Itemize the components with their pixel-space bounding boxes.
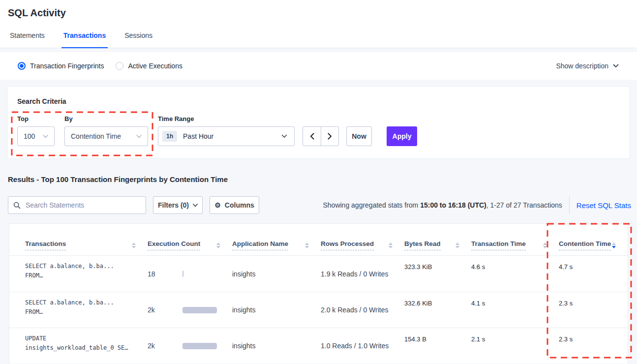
statement-line-2: FROM… (25, 307, 148, 317)
execution-count-cell: 2k (148, 328, 232, 364)
radio-label: Active Executions (128, 62, 182, 70)
top-label: Top (17, 115, 55, 122)
apply-button[interactable]: Apply (387, 126, 417, 146)
sql-activity-page: SQL Activity Statements Transactions Ses… (0, 0, 637, 364)
columns-button[interactable]: ⚙ Columns (210, 196, 259, 214)
reset-sql-stats-link[interactable]: Reset SQL Stats (576, 201, 631, 210)
by-label: By (64, 115, 148, 122)
contention-time-cell: 4.7 s (559, 256, 628, 292)
sort-icon[interactable] (389, 243, 393, 248)
gear-icon: ⚙ (214, 202, 221, 209)
bytes-read-value: 323.3 KiB (404, 263, 471, 271)
sort-icon[interactable] (305, 243, 309, 248)
column-header-execution-count[interactable]: Execution Count (148, 240, 232, 255)
bytes-read-value: 154.3 B (404, 335, 471, 343)
transaction-time-cell: 4.6 s (471, 256, 559, 292)
search-criteria-panel: Search Criteria Top 100 By Contention Ti… (7, 86, 630, 159)
transaction-statement[interactable]: UPDATE insights_workload_table_0 SE… (25, 328, 148, 364)
view-toggle-bar: Transaction Fingerprints Active Executio… (0, 52, 637, 80)
radio-unselected-icon (116, 62, 123, 70)
search-statements-box[interactable] (8, 196, 146, 214)
sort-icon[interactable] (455, 243, 459, 248)
top-select-value: 100 (24, 132, 35, 140)
page-title: SQL Activity (8, 7, 629, 19)
radio-transaction-fingerprints[interactable]: Transaction Fingerprints (18, 62, 104, 70)
bytes-read-cell: 323.3 KiB (404, 256, 471, 292)
transaction-time-value: 4.6 s (471, 263, 559, 271)
tab-bar: Statements Transactions Sessions (8, 31, 629, 48)
page-header: SQL Activity Statements Transactions Ses… (0, 0, 637, 48)
time-range-badge: 1h (162, 131, 177, 142)
table-row[interactable]: UPDATE insights_workload_table_0 SE… 2k … (9, 328, 628, 364)
now-button[interactable]: Now (346, 126, 372, 146)
rows-processed-cell: 2.0 k Reads / 0 Writes (321, 292, 404, 328)
application-name-cell: insights (232, 292, 321, 328)
results-toolbar: Filters (0) ⚙ Columns Showing aggregated… (8, 196, 631, 214)
top-field-group: Top 100 (17, 115, 55, 146)
chevron-down-icon (136, 135, 142, 138)
column-header-rows-processed[interactable]: Rows Processed (321, 240, 404, 255)
chevron-down-icon (193, 204, 198, 207)
show-description-label: Show description (556, 62, 608, 70)
execution-count-value: 2k (148, 306, 182, 314)
table-body: SELECT a.balance, b.ba... FROM… 18 insig… (9, 256, 628, 364)
sort-icon-descending[interactable] (612, 243, 616, 248)
time-range-field-group: Time Range 1h Past Hour (158, 115, 295, 146)
sort-icon[interactable] (132, 243, 136, 248)
tab-sessions[interactable]: Sessions (122, 31, 154, 48)
execution-count-cell: 2k (148, 292, 232, 328)
search-icon (13, 202, 21, 209)
sort-icon[interactable] (543, 243, 547, 248)
transaction-time-cell: 4.1 s (471, 292, 559, 328)
column-header-bytes-read[interactable]: Bytes Read (404, 240, 471, 255)
radio-selected-icon (18, 62, 26, 70)
filters-label: Filters (0) (158, 201, 189, 209)
aggregated-stats-text: Showing aggregated stats from 15:00 to 1… (323, 201, 562, 209)
transaction-time-value: 4.1 s (471, 300, 559, 307)
stats-time-range: 15:00 to 16:18 (UTC) (420, 201, 486, 209)
column-header-transactions[interactable]: Transactions (25, 240, 148, 255)
rows-processed-cell: 1.0 Reads / 1.0 Writes (321, 328, 404, 364)
by-select[interactable]: Contention Time (64, 126, 148, 146)
columns-label: Columns (225, 201, 254, 209)
transaction-statement[interactable]: SELECT a.balance, b.ba... FROM… (25, 292, 148, 328)
toolbar-divider (569, 196, 570, 214)
time-range-value: Past Hour (183, 132, 213, 140)
bytes-read-cell: 154.3 B (404, 328, 471, 364)
execution-count-bar (182, 343, 217, 349)
contention-time-value: 2.3 s (559, 335, 628, 343)
column-header-application-name[interactable]: Application Name (232, 240, 321, 255)
search-input[interactable] (25, 201, 141, 210)
transaction-statement[interactable]: SELECT a.balance, b.ba... FROM… (25, 256, 148, 292)
filters-button[interactable]: Filters (0) (153, 196, 203, 214)
statement-line-1: UPDATE (25, 334, 148, 343)
time-range-select[interactable]: 1h Past Hour (158, 126, 295, 146)
column-header-contention-time[interactable]: Contention Time (559, 240, 628, 255)
show-description-toggle[interactable]: Show description (556, 62, 619, 70)
application-name-cell: insights (232, 328, 321, 364)
chevron-left-icon (310, 133, 314, 140)
bytes-read-value: 332.6 KiB (404, 300, 471, 307)
execution-count-value: 2k (148, 342, 182, 350)
statement-line-1: SELECT a.balance, b.ba... (25, 298, 148, 307)
results-heading: Results - Top 100 Transaction Fingerprin… (8, 175, 629, 184)
radio-active-executions[interactable]: Active Executions (116, 62, 182, 70)
table-row[interactable]: SELECT a.balance, b.ba... FROM… 18 insig… (9, 256, 628, 292)
top-select[interactable]: 100 (17, 126, 55, 146)
by-select-value: Contention Time (71, 132, 121, 140)
column-header-transaction-time[interactable]: Transaction Time (471, 240, 559, 255)
statement-line-1: SELECT a.balance, b.ba... (25, 262, 148, 271)
execution-count-cell: 18 (148, 256, 232, 292)
transaction-time-value: 2.1 s (471, 335, 559, 343)
time-next-button[interactable] (321, 127, 338, 146)
time-nav-group (303, 126, 339, 146)
time-range-label: Time Range (158, 115, 295, 122)
table-row[interactable]: SELECT a.balance, b.ba... FROM… 2k insig… (9, 292, 628, 328)
time-prev-button[interactable] (303, 127, 321, 146)
bytes-read-cell: 332.6 KiB (404, 292, 471, 328)
by-field-group: By Contention Time (64, 115, 148, 146)
sort-icon[interactable] (216, 243, 220, 248)
tab-transactions[interactable]: Transactions (61, 31, 108, 48)
chevron-right-icon (328, 133, 332, 140)
tab-statements[interactable]: Statements (8, 31, 47, 48)
